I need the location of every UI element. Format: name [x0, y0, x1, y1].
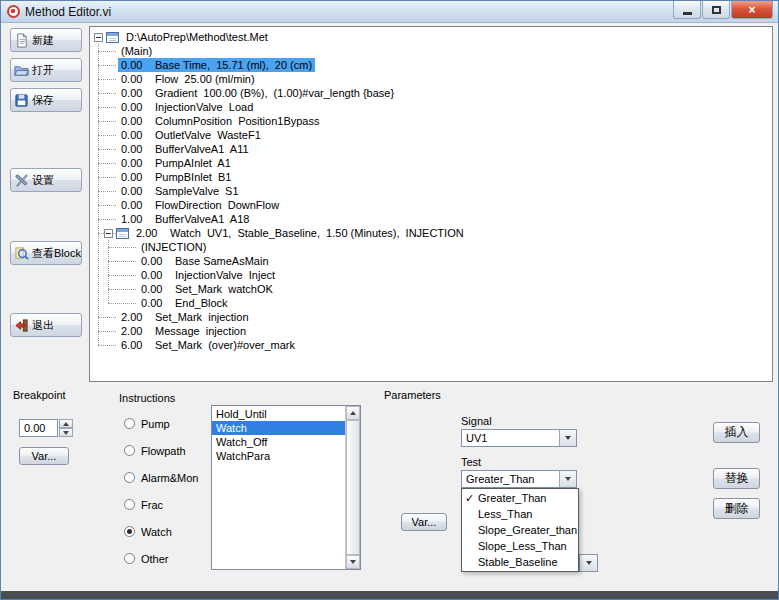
tree-row[interactable]: 2.00Set_Mark injection	[94, 310, 772, 324]
tree-row[interactable]: 0.00Set_Mark watchOK	[94, 282, 772, 296]
radio-other[interactable]: Other	[124, 552, 169, 565]
collapse-toggle[interactable]	[94, 33, 103, 42]
tree-row[interactable]: 0.00Flow 25.00 (ml/min)	[94, 72, 772, 86]
settings-button[interactable]: 设置	[10, 168, 82, 192]
hidden-dropdown[interactable]	[579, 554, 598, 572]
tree-row-time: 0.00	[141, 283, 175, 295]
list-item[interactable]: WatchPara	[212, 449, 345, 463]
spin-up-button[interactable]	[59, 419, 73, 428]
breakpoint-spinner[interactable]: 0.00	[19, 419, 73, 437]
tree-row[interactable]: 0.00PumpAInlet A1	[94, 156, 772, 170]
up-arrow-icon	[63, 422, 69, 426]
parameters-var-button[interactable]: Var...	[401, 513, 447, 531]
exit-icon	[14, 318, 29, 333]
tree-connector	[98, 51, 116, 52]
radio-frac[interactable]: Frac	[124, 498, 163, 511]
tree-row-text: (INJECTION)	[141, 241, 206, 253]
dropdown-arrow-button[interactable]	[559, 430, 576, 446]
tree-row[interactable]: (INJECTION)	[94, 240, 772, 254]
radio-alarm-mon[interactable]: Alarm&Mon	[124, 471, 198, 484]
tree-row-text: Base SameAsMain	[175, 255, 269, 267]
tree-row[interactable]: 0.00Base SameAsMain	[94, 254, 772, 268]
instruction-listbox: Hold_UntilWatchWatch_OffWatchPara	[211, 405, 361, 570]
spin-down-button[interactable]	[59, 428, 73, 437]
tree-row-content: 0.00Set_Mark watchOK	[138, 282, 276, 296]
signal-value: UV1	[462, 432, 559, 444]
tree-row-text: Gradient 100.00 (B%), (1.00)#var_length …	[155, 87, 394, 99]
dropdown-arrow-button[interactable]	[559, 471, 576, 487]
scroll-thumb[interactable]	[346, 420, 360, 555]
tree-row[interactable]: 1.00BufferValveA1 A18	[94, 212, 772, 226]
tree-row[interactable]: 0.00BufferValveA1 A11	[94, 142, 772, 156]
open-button[interactable]: 打开	[10, 58, 82, 82]
tree-row-content: 0.00Base SameAsMain	[138, 254, 272, 268]
tree-row[interactable]: 0.00SampleValve S1	[94, 184, 772, 198]
tree-row[interactable]: 0.00ColumnPosition Position1Bypass	[94, 114, 772, 128]
minimize-button[interactable]	[673, 1, 701, 19]
dropdown-arrow-button[interactable]	[580, 555, 597, 571]
scroll-up-button[interactable]	[346, 406, 360, 420]
tree-row[interactable]: 2.00Message injection	[94, 324, 772, 338]
tree-root-row[interactable]: D:\AutoPrep\Method\test.Met	[94, 30, 772, 44]
view-block-button[interactable]: 查看Block	[10, 241, 82, 265]
tree-row[interactable]: 6.00Set_Mark (over)#over_mark	[94, 338, 772, 352]
save-button[interactable]: 保存	[10, 88, 82, 112]
maximize-button[interactable]	[702, 1, 730, 19]
radio-label: Frac	[141, 499, 163, 511]
tree-connector	[108, 289, 136, 290]
tree-row[interactable]: 0.00End_Block	[94, 296, 772, 310]
list-item[interactable]: Hold_Until	[212, 407, 345, 421]
maximize-icon	[712, 6, 721, 14]
tree-row[interactable]: 0.00Base Time, 15.71 (ml), 20 (cm)	[94, 58, 772, 72]
tree-row[interactable]: 0.00InjectionValve Inject	[94, 268, 772, 282]
exit-button[interactable]: 退出	[10, 313, 82, 337]
check-icon: ✓	[465, 490, 477, 506]
radio-pump[interactable]: Pump	[124, 417, 170, 430]
insert-button[interactable]: 插入	[713, 422, 760, 443]
tree-row-content: 0.00PumpBInlet B1	[118, 170, 234, 184]
dropdown-option[interactable]: Stable_Baseline	[462, 554, 578, 570]
dropdown-option[interactable]: Slope_Less_Than	[462, 538, 578, 554]
spinner-buttons	[59, 419, 73, 437]
dropdown-option[interactable]: ✓Greater_Than	[462, 490, 578, 506]
radio-watch[interactable]: Watch	[124, 525, 172, 538]
list-item[interactable]: Watch_Off	[212, 435, 345, 449]
signal-dropdown[interactable]: UV1	[461, 429, 577, 447]
list-item[interactable]: Watch	[212, 421, 345, 435]
radio-flowpath[interactable]: Flowpath	[124, 444, 186, 457]
chevron-down-icon	[565, 436, 571, 440]
collapse-toggle[interactable]	[104, 229, 113, 238]
minimize-icon	[683, 12, 692, 15]
instruction-list-items: Hold_UntilWatchWatch_OffWatchPara	[212, 406, 345, 569]
new-button[interactable]: 新建	[10, 28, 82, 52]
breakpoint-var-button[interactable]: Var...	[19, 447, 69, 465]
scroll-down-button[interactable]	[346, 555, 360, 569]
delete-button[interactable]: 删除	[713, 498, 760, 519]
tree-row-time: 2.00	[136, 227, 170, 239]
list-scrollbar[interactable]	[345, 406, 360, 569]
tree-rows: (Main)0.00Base Time, 15.71 (ml), 20 (cm)…	[94, 44, 772, 352]
tree-row[interactable]: (Main)	[94, 44, 772, 58]
tree-connector	[98, 177, 116, 178]
breakpoint-value[interactable]: 0.00	[19, 419, 58, 437]
tree-row[interactable]: 0.00FlowDirection DownFlow	[94, 198, 772, 212]
tree-row-time: 0.00	[121, 171, 155, 183]
dropdown-option[interactable]: Slope_Greater_than	[462, 522, 578, 538]
tree-root-path: D:\AutoPrep\Method\test.Met	[126, 31, 268, 43]
replace-button[interactable]: 替换	[713, 468, 760, 489]
parameters-group-label: Parameters	[384, 389, 441, 401]
tree-row[interactable]: 0.00InjectionValve Load	[94, 100, 772, 114]
test-dropdown[interactable]: Greater_Than	[461, 470, 577, 488]
tree-row[interactable]: 2.00Watch UV1, Stable_Baseline, 1.50 (Mi…	[94, 226, 772, 240]
close-button[interactable]: ×	[731, 1, 773, 19]
window-bottom-edge	[1, 591, 778, 599]
tree-connector	[98, 219, 116, 220]
test-label: Test	[461, 456, 481, 468]
tree-row[interactable]: 0.00OutletValve WasteF1	[94, 128, 772, 142]
tree-row-time: 0.00	[141, 297, 175, 309]
tree-row[interactable]: 0.00Gradient 100.00 (B%), (1.00)#var_len…	[94, 86, 772, 100]
tree-connector	[98, 163, 116, 164]
dropdown-option[interactable]: Less_Than	[462, 506, 578, 522]
tree-row[interactable]: 0.00PumpBInlet B1	[94, 170, 772, 184]
title-bar[interactable]: Method Editor.vi ×	[1, 1, 778, 23]
